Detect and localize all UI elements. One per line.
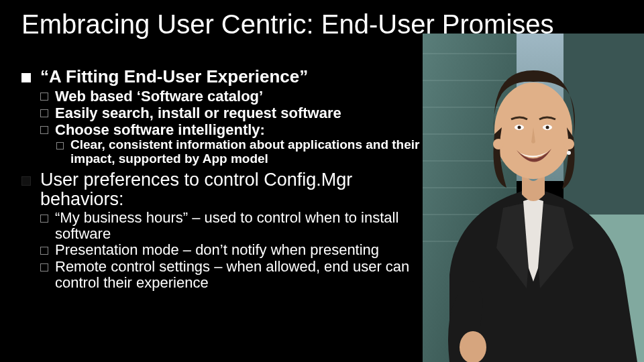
- slide: Embracing User Centric: End-User Promise…: [0, 0, 644, 362]
- bullet-text: Remote control settings – when allowed, …: [55, 259, 424, 291]
- bullet-text: Web based ‘Software catalog’: [55, 88, 263, 105]
- person-photo: [423, 34, 644, 362]
- svg-point-18: [518, 126, 521, 129]
- bullet-text: Clear, consistent information about appl…: [70, 138, 424, 166]
- svg-point-13: [493, 139, 504, 149]
- bullet-text: Choose software intelligently:: [55, 121, 265, 138]
- box-bullet-icon: [40, 109, 48, 117]
- bullet-l2-search: Easily search, install or request softwa…: [40, 105, 424, 121]
- bullet-text: User preferences to control Config.Mgr b…: [40, 170, 424, 208]
- bullet-text: Presentation mode – don’t notify when pr…: [55, 242, 379, 258]
- bullet-l3-clear: Clear, consistent information about appl…: [56, 138, 424, 166]
- square-bullet-icon: [21, 176, 31, 186]
- person-svg: [423, 34, 644, 362]
- box-bullet-icon: [40, 263, 48, 272]
- bullet-l1-preferences: User preferences to control Config.Mgr b…: [21, 170, 424, 208]
- svg-point-15: [567, 151, 571, 155]
- svg-point-20: [460, 331, 486, 362]
- bullet-l2-presentation: Presentation mode – don’t notify when pr…: [40, 242, 424, 258]
- box-bullet-icon: [40, 247, 48, 255]
- bullet-l2-choose: Choose software intelligently:: [40, 121, 424, 138]
- slide-content: “A Fitting End-User Experience” Web base…: [21, 67, 424, 291]
- bullet-l2-hours: “My business hours” – used to control wh…: [40, 210, 424, 242]
- svg-point-14: [564, 139, 574, 149]
- bullet-l2-remote: Remote control settings – when allowed, …: [40, 259, 424, 291]
- square-bullet-icon: [21, 73, 31, 82]
- bullet-l2-catalog: Web based ‘Software catalog’: [40, 88, 424, 105]
- svg-point-19: [546, 126, 549, 129]
- box-bullet-icon: [40, 93, 48, 101]
- box-bullet-icon: [56, 142, 64, 149]
- bullet-text: “A Fitting End-User Experience”: [40, 67, 308, 86]
- bullet-l1-fitting: “A Fitting End-User Experience”: [21, 67, 424, 86]
- bullet-text: “My business hours” – used to control wh…: [55, 210, 424, 242]
- box-bullet-icon: [40, 126, 48, 134]
- bullet-text: Easily search, install or request softwa…: [55, 105, 341, 121]
- box-bullet-icon: [40, 215, 48, 223]
